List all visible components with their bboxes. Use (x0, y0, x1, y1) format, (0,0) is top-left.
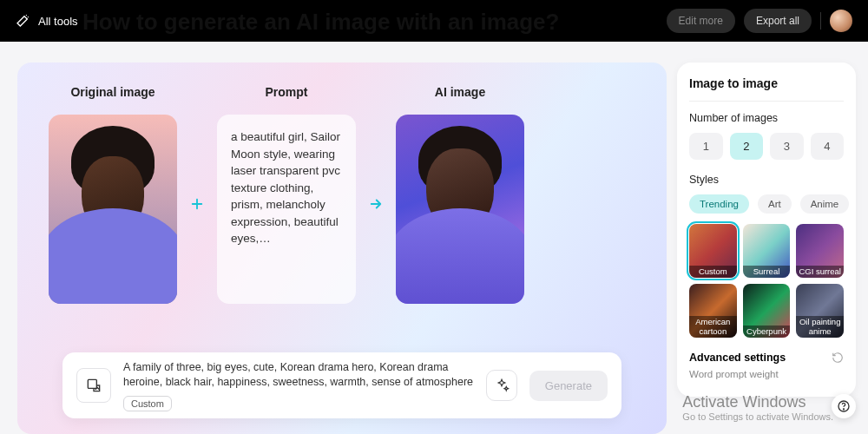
sidebar-title: Image to image (689, 76, 844, 90)
upload-image-button[interactable] (76, 368, 111, 403)
styles-label: Styles (689, 174, 844, 186)
generate-bar: A family of three, big eyes, cute, Korea… (62, 352, 621, 418)
num-images-2[interactable]: 2 (730, 133, 764, 160)
style-card-cyberpunk[interactable]: Cyberpunk (743, 284, 791, 338)
arrow-right-icon (368, 177, 384, 212)
style-card-label: Custom (689, 266, 737, 278)
ai-image-label: AI image (396, 85, 524, 99)
style-card-custom[interactable]: Custom (689, 224, 737, 278)
windows-activation-watermark: Activate Windows Go to Settings to activ… (682, 393, 833, 422)
page-heading-fragment: How to generate an AI image with an imag… (82, 9, 559, 36)
user-avatar[interactable] (830, 10, 852, 32)
export-all-button[interactable]: Export all (744, 9, 812, 33)
advanced-sublabel: Word prompt weight (689, 369, 844, 379)
style-card-oil-painting-anime[interactable]: Oil painting anime (796, 284, 844, 338)
sidebar-panel: Image to image Number of images 1234 Sty… (677, 62, 856, 397)
style-card-label: Cyberpunk (743, 326, 791, 338)
style-card-cgi-surreal[interactable]: CGI surreal (796, 224, 844, 278)
example-prompt-text: a beautiful girl, Sailor Moon style, wea… (217, 115, 356, 304)
edit-more-button[interactable]: Edit more (667, 9, 735, 33)
num-images-4[interactable]: 4 (811, 133, 845, 160)
style-card-american-cartoon[interactable]: American cartoon (689, 284, 737, 338)
topbar-divider (820, 12, 821, 30)
original-image (49, 115, 177, 304)
style-tab-trending[interactable]: Trending (689, 194, 749, 214)
svg-rect-0 (88, 379, 96, 388)
prompt-label: Prompt (217, 85, 356, 99)
original-image-label: Original image (49, 85, 177, 99)
magic-wand-icon (16, 14, 30, 28)
style-card-label: American cartoon (689, 316, 737, 338)
svg-point-2 (843, 409, 844, 410)
style-tab-anime[interactable]: Anime (800, 194, 850, 214)
advanced-settings-toggle[interactable]: Advanced settings (689, 352, 786, 364)
num-images-1[interactable]: 1 (689, 133, 723, 160)
number-of-images-label: Number of images (689, 112, 844, 124)
plus-icon (189, 177, 205, 212)
style-card-label: Oil painting anime (796, 316, 844, 338)
generate-button[interactable]: Generate (529, 371, 608, 401)
style-card-label: CGI surreal (796, 266, 844, 278)
comparison-card: Original image Prompt a beautiful girl, … (17, 62, 667, 434)
num-images-3[interactable]: 3 (770, 133, 804, 160)
all-tools-link[interactable]: All tools (38, 15, 78, 28)
reset-icon[interactable] (832, 352, 844, 364)
style-chip-custom[interactable]: Custom (123, 396, 172, 411)
style-card-label: Surreal (743, 266, 791, 278)
style-card-surreal[interactable]: Surreal (743, 224, 791, 278)
prompt-input[interactable]: A family of three, big eyes, cute, Korea… (123, 360, 474, 391)
style-tab-art[interactable]: Art (758, 194, 792, 214)
help-button[interactable] (832, 394, 856, 418)
ai-result-image (396, 115, 524, 304)
enhance-prompt-button[interactable] (486, 370, 517, 401)
